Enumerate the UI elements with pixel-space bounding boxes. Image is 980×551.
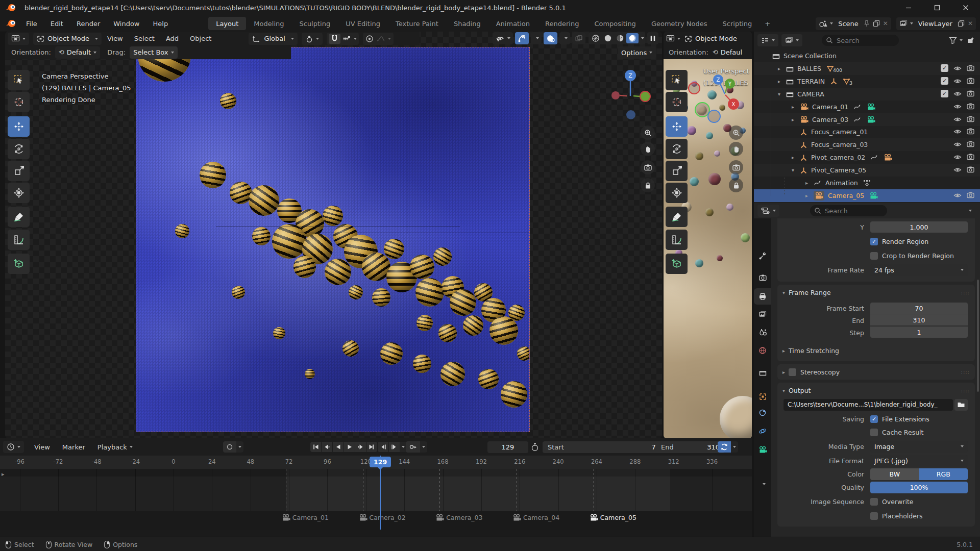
menu-window[interactable]: Window xyxy=(107,17,146,30)
new-layer-icon[interactable] xyxy=(958,20,965,27)
timeline-menu-playback[interactable]: Playback xyxy=(91,440,139,454)
use-preview-range-button[interactable] xyxy=(531,443,539,452)
tool-measure[interactable] xyxy=(666,230,688,250)
object-mode-icon[interactable] xyxy=(684,35,692,42)
viewport-menu-view[interactable]: View xyxy=(102,32,129,45)
expander-right-icon[interactable]: ▸ xyxy=(805,193,814,198)
nav-lock-button[interactable] xyxy=(729,178,743,192)
auto-keyframe-button[interactable] xyxy=(223,441,236,453)
select-box-dropdown[interactable]: Select Box xyxy=(130,46,177,59)
viewport-menu-select[interactable]: Select xyxy=(129,32,160,45)
outliner-row-camera[interactable]: ▾CAMERA✓ xyxy=(754,88,980,101)
camera-render-view[interactable] xyxy=(136,47,530,432)
visibility-dropdown[interactable] xyxy=(493,32,513,44)
close-button[interactable] xyxy=(951,0,980,15)
outliner-item-label[interactable]: CAMERA xyxy=(797,90,824,98)
expander-right-icon[interactable]: ▸ xyxy=(778,66,786,71)
current-frame-badge[interactable]: 129 xyxy=(370,457,391,467)
tab-compositing[interactable]: Compositing xyxy=(586,17,644,30)
shading-wireframe[interactable] xyxy=(590,33,602,43)
new-collection-button[interactable] xyxy=(967,37,975,44)
scene-icon[interactable] xyxy=(819,20,827,28)
marker-camera_03[interactable]: Camera_03 xyxy=(435,514,482,521)
tab-scripting[interactable]: Scripting xyxy=(715,17,760,30)
disable-render-icon[interactable] xyxy=(967,115,974,122)
gizmos-toggle[interactable] xyxy=(515,32,529,44)
hide-eye-icon[interactable] xyxy=(953,90,962,98)
viewport-3d-secondary[interactable]: Object Mode Orientation: ⟲Defaul User Pe… xyxy=(664,32,752,438)
disable-render-icon[interactable] xyxy=(967,103,974,110)
expander-right-icon[interactable]: ▸ xyxy=(792,104,800,110)
properties-tab-constraints[interactable] xyxy=(754,405,771,421)
tool-transform[interactable] xyxy=(666,183,688,203)
nav-zoom-button[interactable] xyxy=(729,126,743,140)
frame-start-field[interactable]: 70 xyxy=(870,303,968,314)
add-workspace-button[interactable]: + xyxy=(760,17,775,30)
overlays-toggle[interactable] xyxy=(544,32,557,44)
shading-material[interactable] xyxy=(614,33,626,43)
frame-rate-dropdown[interactable]: 24 fps xyxy=(870,264,968,276)
hide-eye-icon[interactable] xyxy=(953,166,962,174)
checkbox[interactable] xyxy=(789,368,796,376)
properties-tab-render[interactable] xyxy=(754,269,771,286)
navigation-gizmo[interactable]: Z xyxy=(607,67,656,126)
nav-camera-view-button[interactable] xyxy=(729,160,743,174)
expander-right-icon[interactable]: ▸ xyxy=(778,79,786,84)
resolution-y-field[interactable]: 1.000 xyxy=(870,221,968,233)
mode-dropdown[interactable]: Object Mode xyxy=(695,35,737,42)
tool-add-cube[interactable] xyxy=(666,254,688,274)
output-panel-header[interactable]: ▾Output:::: xyxy=(777,384,975,397)
transport-play-reverse[interactable] xyxy=(333,442,344,452)
render-region-checkbox[interactable]: ✓Render Region xyxy=(870,238,928,245)
disable-render-icon[interactable] xyxy=(967,166,974,173)
placeholders-checkbox[interactable]: Placeholders xyxy=(870,512,923,520)
xray-toggle[interactable] xyxy=(572,32,585,44)
gizmos-dropdown[interactable] xyxy=(531,32,542,44)
expander-down-icon[interactable]: ▾ xyxy=(778,91,786,97)
timeline-marker-band[interactable]: Camera_01Camera_02Camera_03Camera_04Came… xyxy=(0,511,752,530)
falloff-icon[interactable] xyxy=(376,35,385,42)
keying-chevron[interactable] xyxy=(420,441,427,453)
scene-name[interactable]: Scene xyxy=(838,20,859,28)
overwrite-checkbox[interactable]: Overwrite xyxy=(870,498,914,506)
hide-eye-icon[interactable] xyxy=(953,64,962,72)
media-type-dropdown[interactable]: Image xyxy=(870,441,968,453)
properties-display-button[interactable] xyxy=(757,205,779,217)
editor-type-button[interactable] xyxy=(8,33,29,45)
tool-scale[interactable] xyxy=(666,161,688,181)
transport-jump-end[interactable] xyxy=(366,442,377,452)
time-stretching-panel-header[interactable]: ▸Time Stretching xyxy=(777,344,975,357)
outliner-row-camera_05[interactable]: ▸Camera_05 xyxy=(754,189,980,202)
output-path-field[interactable]: C:\Users\tserv\Docume...S\1\blender_rigi… xyxy=(783,399,953,411)
tool-move[interactable] xyxy=(666,116,688,137)
outliner-search-input[interactable]: Search xyxy=(822,35,899,46)
checkbox[interactable] xyxy=(870,252,878,260)
checkbox[interactable] xyxy=(870,512,878,520)
marker-camera_02[interactable]: Camera_02 xyxy=(359,514,406,521)
nav-camera-view-button[interactable] xyxy=(641,160,655,174)
tab-geometry-nodes[interactable]: Geometry Nodes xyxy=(644,17,715,30)
quality-slider[interactable]: 100% xyxy=(870,482,968,493)
expander-right-icon[interactable]: ▸ xyxy=(805,180,814,186)
timeline-menu-view[interactable]: View xyxy=(28,440,56,454)
outliner-filter-mode[interactable] xyxy=(781,34,802,46)
hide-eye-icon[interactable] xyxy=(953,115,962,123)
transport-jump-start[interactable] xyxy=(310,442,321,452)
orientation-dropdown[interactable]: Global xyxy=(249,33,297,45)
step-back-button[interactable] xyxy=(378,442,388,452)
marker-camera_04[interactable]: Camera_04 xyxy=(512,514,559,521)
menu-render[interactable]: Render xyxy=(70,17,107,30)
disable-render-icon[interactable] xyxy=(967,90,974,97)
step-forward-button[interactable] xyxy=(389,442,400,452)
keyframes-icon[interactable] xyxy=(863,180,873,186)
outliner-item-label[interactable]: Scene Collection xyxy=(783,52,837,60)
outliner-row-camera_01[interactable]: ▸Camera_01 xyxy=(754,101,980,113)
proportional-editing-icon[interactable] xyxy=(365,35,374,43)
outliner-row-focus_camera_01[interactable]: Focus_camera_01 xyxy=(754,126,980,138)
hide-eye-icon[interactable] xyxy=(953,153,962,161)
anim-curve-icon[interactable] xyxy=(870,154,878,161)
tool-rotate[interactable] xyxy=(8,139,30,159)
properties-tab-output[interactable] xyxy=(754,288,771,305)
hide-eye-icon[interactable] xyxy=(953,103,962,111)
outliner-row-balles[interactable]: ▸BALLES400✓ xyxy=(754,62,980,75)
